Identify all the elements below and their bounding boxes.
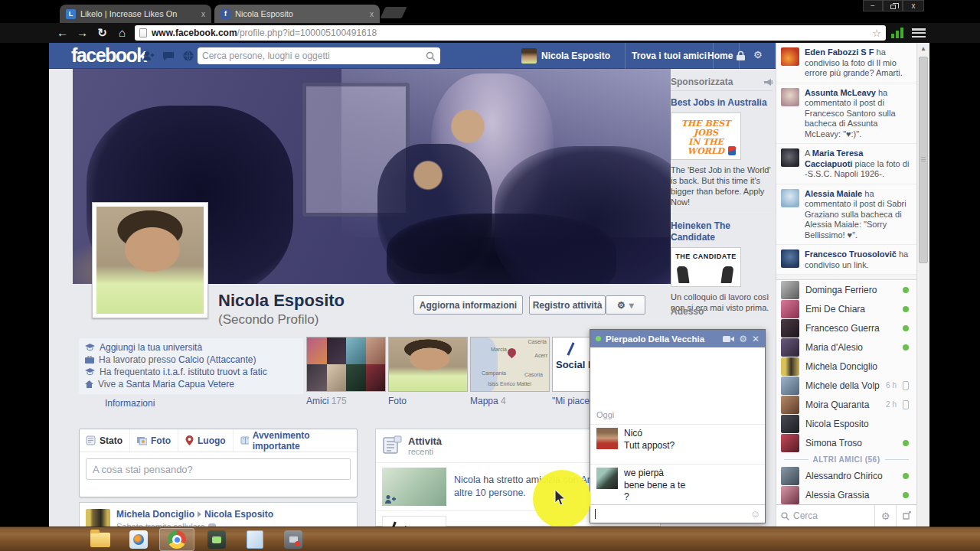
taskbar-capture-button[interactable]	[276, 528, 311, 551]
home-label: Home	[707, 51, 733, 61]
taskbar-chrome-button[interactable]	[159, 528, 194, 551]
chat-search-bar: ⚙	[776, 504, 917, 527]
emoticon-icon[interactable]: ☺	[750, 508, 760, 520]
address-bar[interactable]: www.facebook.com /profile.php?id=1000051…	[135, 25, 886, 41]
messages-icon[interactable]	[162, 50, 175, 62]
chat-friend[interactable]: Nicola Esposito	[776, 414, 916, 433]
find-friends-link[interactable]: Trova i tuoi amici	[619, 43, 720, 69]
settings-gear-icon[interactable]: ⚙	[753, 49, 766, 61]
chat-friend[interactable]: Maria d'Alesio	[776, 337, 916, 357]
ticker-item[interactable]: Eden Fabozzi S F ha condiviso la foto di…	[776, 43, 916, 83]
ticker-item[interactable]: Assunta McLeavy ha commentato il post di…	[776, 83, 916, 145]
tab-close-icon[interactable]: x	[201, 10, 205, 18]
tab-facebook[interactable]: f Nicola Esposito x	[214, 5, 380, 23]
chat-settings-gear-icon[interactable]: ⚙	[739, 334, 747, 344]
graduation-cap-icon	[85, 344, 95, 351]
search-icon	[781, 512, 789, 520]
profile-picture[interactable]	[92, 202, 208, 318]
about-row-school[interactable]: Ha frequentato i.t.a.f. istituto truovt …	[85, 366, 297, 378]
about-row-work[interactable]: Ha lavorato presso Calcio (Attaccante)	[85, 354, 297, 366]
page-scrollbar[interactable]: ▲	[916, 43, 929, 527]
avatar	[781, 377, 799, 395]
chat-settings-gear-icon[interactable]: ⚙	[874, 505, 896, 527]
graduation-cap-icon	[85, 368, 95, 376]
friend-requests-icon[interactable]	[142, 50, 155, 62]
chat-search-field[interactable]	[776, 505, 874, 527]
tab-likelo[interactable]: L Likelo | Increase Likes On x	[60, 5, 211, 23]
status-composer: Stato Foto Luogo Avvenimento importante	[79, 429, 358, 497]
update-info-button[interactable]: Aggiorna informazioni	[413, 295, 523, 315]
taskbar-screen-recorder-button[interactable]	[199, 528, 234, 551]
add-friend-to-chat-icon[interactable]	[896, 505, 917, 527]
ticker-item[interactable]: Francesco Truosolovič ha condiviso un li…	[776, 245, 916, 275]
tile-friends[interactable]: Amici 175	[306, 337, 386, 406]
header-profile-link[interactable]: Nicola Esposito	[521, 43, 610, 69]
back-button[interactable]: ←	[54, 24, 71, 41]
chat-friend[interactable]: Michele della Volpe6 h	[776, 376, 916, 395]
chat-window-header[interactable]: Pierpaolo Della Vecchia ⚙ ✕	[590, 330, 765, 347]
likelo-favicon: L	[66, 9, 76, 19]
scroll-up-arrow[interactable]: ▲	[917, 43, 929, 55]
privacy-lock-icon[interactable]	[735, 51, 747, 63]
tile-map[interactable]: Caserta Marcia Acerr Campania Casoria Is…	[470, 337, 550, 406]
ticker-item[interactable]: Alessia Maiale ha commentato il post di …	[776, 184, 916, 246]
sponsored-column: Sponsorizzata Best Jobs in Australia THE…	[671, 77, 773, 319]
ad-title[interactable]: Best Jobs in Australia	[671, 97, 773, 109]
bookmark-star-icon[interactable]: ☆	[872, 28, 881, 39]
composer-tab-life-event[interactable]: Avvenimento importante	[234, 429, 351, 452]
new-tab-button[interactable]	[381, 7, 407, 18]
taskbar-explorer-button[interactable]	[83, 528, 118, 551]
reload-button[interactable]: ↻	[93, 24, 111, 41]
likelo-extension-icon[interactable]	[891, 28, 905, 38]
scrollbar-thumb[interactable]	[919, 57, 928, 263]
composer-tab-place[interactable]: Luogo	[178, 429, 234, 452]
minimize-button[interactable]: −	[863, 0, 883, 11]
home-button[interactable]: ⌂	[113, 24, 131, 41]
post-target-link[interactable]: Nicola Esposito	[204, 509, 273, 520]
chat-friend[interactable]: Alessandro Chirico	[776, 466, 916, 485]
ad-heineken[interactable]: Heineken The Candidate THE CANDIDATE Un …	[671, 214, 773, 319]
chat-friend[interactable]: Dominga Ferriero	[776, 280, 916, 299]
chat-friend[interactable]: Emi De Chiara	[776, 299, 916, 318]
chat-friend[interactable]: Simona Troso	[776, 433, 916, 452]
composer-tab-status[interactable]: Stato	[86, 429, 130, 452]
chat-search-input[interactable]	[793, 510, 870, 521]
ad-best-jobs[interactable]: Best Jobs in Australia THE BEST JOBSIN T…	[671, 91, 773, 214]
ticker-resize-handle[interactable]	[776, 275, 916, 280]
ad-title[interactable]: Heineken The Candidate	[671, 220, 773, 243]
facebook-logo[interactable]: facebook	[71, 44, 146, 67]
composer-tab-photo[interactable]: Foto	[130, 429, 178, 452]
browser-menu-icon[interactable]	[912, 28, 926, 37]
chat-friend[interactable]: Michela Donciglio	[776, 357, 916, 376]
post-author-link[interactable]: Michela Donciglio	[116, 509, 194, 520]
megaphone-icon	[764, 79, 773, 86]
about-row-university[interactable]: Aggiungi la tua università	[85, 341, 297, 354]
info-link[interactable]: Informazioni	[105, 398, 155, 409]
tile-photos[interactable]: Foto	[388, 337, 468, 406]
facebook-search-input[interactable]	[202, 51, 426, 61]
forward-button[interactable]: →	[74, 24, 91, 41]
photo-icon	[137, 435, 147, 445]
notifications-globe-icon[interactable]	[182, 50, 194, 62]
restore-button[interactable]	[883, 0, 903, 11]
taskbar-notepad-button[interactable]	[237, 528, 273, 551]
taskbar-media-player-button[interactable]	[121, 528, 156, 551]
avatar	[781, 47, 799, 66]
video-call-icon[interactable]	[723, 335, 734, 343]
close-button[interactable]: x	[903, 0, 924, 11]
about-row-city[interactable]: Vive a Santa Maria Capua Vetere	[85, 378, 297, 390]
profile-settings-button[interactable]: ⚙ ▾	[606, 295, 645, 315]
facebook-search[interactable]	[198, 47, 440, 64]
status-input[interactable]	[86, 458, 351, 480]
wall-post: Michela DonciglioNicola Esposito Sabato …	[79, 502, 358, 527]
chat-friend[interactable]: Moira Quaranta2 h	[776, 395, 916, 414]
chat-message-input[interactable]: ☺	[590, 504, 765, 523]
activity-log-button[interactable]: Registro attività	[529, 295, 606, 315]
tab-close-icon[interactable]: x	[370, 10, 374, 18]
avatar	[781, 467, 799, 485]
chat-friend[interactable]: Alessia Grassia	[776, 485, 916, 504]
chat-friend[interactable]: Francesco Guerra	[776, 318, 916, 337]
mouse-cursor	[554, 490, 567, 507]
chat-close-icon[interactable]: ✕	[752, 334, 760, 344]
ticker-item[interactable]: A Maria Teresa Cacciapuoti piace la foto…	[776, 144, 916, 184]
